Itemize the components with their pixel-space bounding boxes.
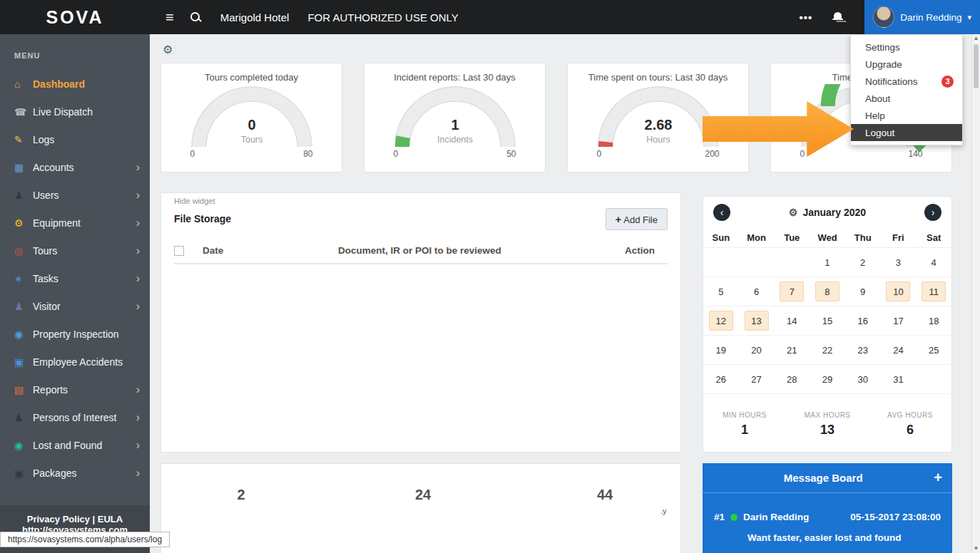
calendar-prev-button[interactable]: ‹: [713, 204, 730, 221]
stat-label: MIN HOURS: [703, 411, 786, 419]
logo-box: SOVA: [0, 7, 150, 28]
menu-item-about[interactable]: About: [851, 90, 962, 107]
hide-widget-link[interactable]: Hide widget: [174, 197, 668, 205]
message-row[interactable]: #1 Darin Redding 05-15-2017 23:08:00: [703, 493, 952, 522]
calendar-day-26[interactable]: 26: [703, 365, 739, 394]
notifications-bell-icon[interactable]: [832, 11, 843, 23]
sidebar-item-dashboard[interactable]: ⌂Dashboard: [0, 70, 150, 98]
sidebar-item-lost-and-found[interactable]: ◉Lost and Found›: [0, 431, 150, 459]
calendar-day-3[interactable]: 3: [881, 248, 917, 277]
sidebar-item-equipment[interactable]: ⚙Equipment›: [0, 209, 150, 237]
sidebar-item-live-dispatch[interactable]: ☎Live Dispatch: [0, 98, 150, 125]
calendar-day-28[interactable]: 28: [774, 365, 810, 394]
calendar-day-number: 12: [709, 311, 733, 331]
topbar-right: ••• Darin Redding ▾: [799, 0, 980, 34]
calendar-day-name: Tue: [774, 232, 810, 243]
calendar-day-5[interactable]: 5: [703, 277, 739, 306]
search-icon[interactable]: [190, 11, 202, 24]
calendar-day-22[interactable]: 22: [810, 336, 845, 365]
calendar-stat-avg-hours: AVG HOURS6: [869, 411, 951, 438]
stat-value: 13: [786, 423, 869, 438]
calendar-settings-icon[interactable]: ⚙: [789, 207, 798, 218]
calendar-day-17[interactable]: 17: [881, 306, 917, 336]
file-storage-widget: Hide widget File Storage +Add File Date …: [160, 192, 681, 453]
message-preview[interactable]: Want faster, easier lost and found: [703, 522, 952, 543]
user-menu-button[interactable]: Darin Redding ▾: [864, 0, 980, 34]
scroll-down-arrow-icon[interactable]: ▼: [972, 544, 980, 553]
calendar-day-18[interactable]: 18: [916, 306, 951, 336]
calendar-day-21[interactable]: 21: [774, 336, 810, 365]
menu-item-notifications[interactable]: Notifications3: [851, 73, 962, 90]
hamburger-menu-icon[interactable]: ≡: [165, 10, 174, 24]
svg-text:0: 0: [247, 117, 255, 133]
gauge-max-label: 200: [705, 149, 719, 159]
sidebar-item-tours[interactable]: ◎Tours›: [0, 237, 150, 264]
calendar-day-7[interactable]: 7: [774, 277, 810, 306]
calendar-day-31[interactable]: 31: [881, 365, 917, 394]
dashboard-settings-icon[interactable]: ⚙: [163, 43, 173, 56]
gauge-title: Incident reports: Last 30 days: [364, 72, 545, 83]
calendar-day-8[interactable]: 8: [810, 277, 845, 306]
tours-icon: ◎: [14, 246, 33, 256]
calendar-day-number: 15: [815, 311, 839, 331]
more-options-icon[interactable]: •••: [799, 11, 812, 24]
calendar-day-11[interactable]: 11: [916, 277, 951, 306]
calendar-day-10[interactable]: 10: [881, 277, 917, 306]
calendar-header: ‹ ⚙January 2020 ›: [703, 197, 951, 228]
calendar-day-13[interactable]: 13: [739, 306, 775, 336]
add-message-button[interactable]: +: [934, 470, 942, 486]
calendar-day-number: 31: [886, 369, 910, 389]
gauge-svg: 1 Incidents: [377, 84, 534, 152]
calendar-day-14[interactable]: 14: [774, 306, 810, 336]
sidebar-item-persons-of-interest[interactable]: ♟Persons of Interest›: [0, 403, 150, 431]
menu-item-upgrade[interactable]: Upgrade: [851, 56, 962, 73]
packages-icon: ▣: [14, 468, 33, 478]
calendar-day-number: 19: [709, 340, 733, 360]
calendar-day-6[interactable]: 6: [739, 277, 775, 306]
notification-badge: 3: [941, 76, 954, 88]
calendar-day-15[interactable]: 15: [810, 306, 845, 336]
menu-item-logout[interactable]: Logout: [851, 124, 962, 141]
calendar-day-number: 13: [745, 311, 769, 331]
calendar-day-12[interactable]: 12: [703, 306, 739, 336]
sidebar-item-tasks[interactable]: ∗Tasks›: [0, 264, 150, 292]
file-storage-title: File Storage: [174, 213, 231, 224]
menu-item-help[interactable]: Help: [851, 107, 962, 124]
user-dropdown-menu: SettingsUpgradeNotifications3AboutHelpLo…: [850, 34, 963, 145]
calendar-day-29[interactable]: 29: [810, 365, 845, 394]
sidebar-item-visitor[interactable]: ♟Visitor›: [0, 292, 150, 320]
calendar-day-number: 28: [780, 369, 804, 389]
menu-item-settings[interactable]: Settings: [851, 38, 962, 56]
user-name: Darin Redding: [900, 12, 961, 23]
sidebar-item-accounts[interactable]: ▦Accounts›: [0, 153, 150, 181]
sidebar-item-packages[interactable]: ▣Packages›: [0, 459, 150, 487]
calendar-day-4[interactable]: 4: [916, 248, 951, 277]
calendar-day-24[interactable]: 24: [881, 336, 917, 365]
sidebar-item-property-inspection[interactable]: ◉Property Inspection: [0, 320, 150, 348]
reports-icon: ▤: [14, 385, 33, 395]
calendar-day-19[interactable]: 19: [703, 336, 739, 365]
calendar-day-25[interactable]: 25: [916, 336, 951, 365]
sidebar-item-users[interactable]: ♟Users›: [0, 181, 150, 209]
calendar-day-23[interactable]: 23: [845, 336, 881, 365]
scrollbar[interactable]: ▲ ▼: [971, 34, 980, 553]
sidebar-item-employee-accidents[interactable]: ▣Employee Accidents: [0, 348, 150, 376]
calendar-day-30[interactable]: 30: [845, 365, 881, 394]
scroll-up-arrow-icon[interactable]: ▲: [972, 34, 980, 43]
message-timestamp: 05-15-2017 23:08:00: [850, 512, 941, 522]
calendar-day-16[interactable]: 16: [845, 306, 881, 336]
calendar-day-27[interactable]: 27: [739, 365, 775, 394]
chevron-right-icon: ›: [136, 190, 140, 201]
calendar-day-9[interactable]: 9: [845, 277, 881, 306]
sidebar-item-reports[interactable]: ▤Reports›: [0, 376, 150, 403]
select-all-checkbox[interactable]: [174, 246, 184, 256]
scrollbar-thumb[interactable]: [974, 44, 979, 88]
calendar-day-1[interactable]: 1: [810, 248, 845, 277]
privacy-eula-links[interactable]: Privacy Policy | EULA: [0, 514, 150, 524]
add-file-button[interactable]: +Add File: [606, 208, 668, 230]
sidebar-item-label: Employee Accidents: [33, 356, 123, 368]
sidebar-item-logs[interactable]: ✎Logs: [0, 125, 150, 153]
calendar-next-button[interactable]: ›: [924, 204, 941, 221]
calendar-day-20[interactable]: 20: [739, 336, 775, 365]
calendar-day-2[interactable]: 2: [845, 248, 881, 277]
